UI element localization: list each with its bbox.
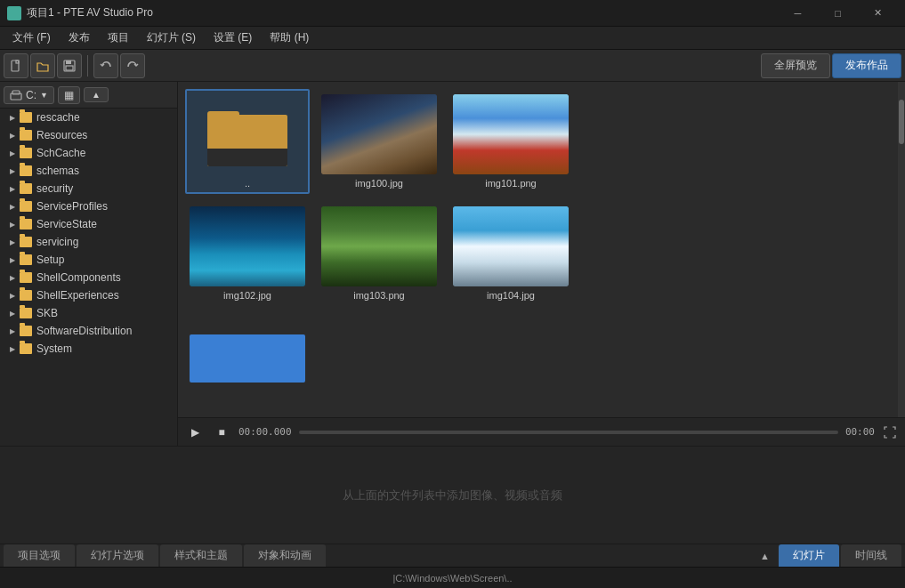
tab-timeline[interactable]: 时间线 bbox=[841, 544, 901, 567]
player-fullscreen-button[interactable] bbox=[882, 424, 898, 440]
file-label: img100.jpg bbox=[355, 178, 403, 189]
tree-label: servicing bbox=[36, 236, 78, 248]
maximize-button[interactable]: □ bbox=[818, 0, 858, 27]
content-row: C: ▼ ▦ ▲ rescache Resources SchCache bbox=[0, 82, 905, 446]
new-button[interactable] bbox=[4, 53, 28, 78]
tree-arrow bbox=[7, 272, 18, 283]
tree-item-shellexperiences[interactable]: ShellExperiences bbox=[0, 286, 177, 304]
toolbar: 全屏预览 发布作品 bbox=[0, 50, 905, 82]
tree-label: ServiceState bbox=[36, 218, 97, 230]
tree-label: security bbox=[36, 182, 73, 195]
save-button[interactable] bbox=[57, 53, 82, 78]
tree-item-shellcomponents[interactable]: ShellComponents bbox=[0, 269, 177, 286]
status-path: |C:\Windows\Web\Screen\.. bbox=[392, 573, 512, 584]
tree-arrow bbox=[7, 148, 18, 158]
tree-item-servicing[interactable]: servicing bbox=[0, 233, 177, 251]
tree-item-skb[interactable]: SKB bbox=[0, 304, 177, 322]
tree-label: ShellExperiences bbox=[36, 289, 119, 302]
tree-arrow bbox=[7, 254, 18, 265]
menu-project[interactable]: 项目 bbox=[99, 28, 138, 48]
redo-button[interactable] bbox=[120, 53, 145, 78]
stop-button[interactable]: ■ bbox=[212, 423, 231, 442]
folder-icon bbox=[20, 308, 32, 318]
tree-arrow bbox=[7, 112, 18, 123]
file-item-img103[interactable]: img103.png bbox=[317, 201, 441, 306]
folder-icon bbox=[20, 237, 32, 247]
menu-publish[interactable]: 发布 bbox=[60, 28, 99, 48]
file-item-img100[interactable]: img100.jpg bbox=[317, 89, 441, 194]
file-tree-sidebar: C: ▼ ▦ ▲ rescache Resources SchCache bbox=[0, 82, 178, 446]
right-panel: .. img100.jpg bbox=[178, 82, 905, 446]
tree-item-softwaredistribution[interactable]: SoftwareDistribution bbox=[0, 322, 177, 340]
tree-item-resources[interactable]: Resources bbox=[0, 126, 177, 144]
navigate-up-button[interactable]: ▲ bbox=[84, 87, 109, 102]
tab-slide-options[interactable]: 幻灯片选项 bbox=[77, 544, 158, 567]
close-button[interactable]: ✕ bbox=[858, 0, 898, 27]
tree-item-system[interactable]: System bbox=[0, 340, 177, 358]
menu-settings[interactable]: 设置 (E) bbox=[205, 28, 261, 48]
tree-arrow bbox=[7, 183, 18, 194]
drive-label: C: bbox=[26, 89, 36, 101]
file-item-img102[interactable]: img102.jpg bbox=[185, 201, 310, 306]
tree-arrow bbox=[7, 326, 18, 336]
bottom-tabs: 项目选项 幻灯片选项 样式和主题 对象和动画 ▲ 幻灯片 时间线 bbox=[0, 544, 905, 567]
folder-icon bbox=[20, 130, 32, 141]
tree-item-schcache[interactable]: SchCache bbox=[0, 144, 177, 162]
file-label: img103.png bbox=[353, 290, 405, 301]
drive-selector[interactable]: C: ▼ bbox=[4, 86, 54, 104]
file-item-parent[interactable]: .. bbox=[185, 89, 310, 194]
tree-item-rescache[interactable]: rescache bbox=[0, 109, 177, 126]
file-item-blue[interactable] bbox=[185, 313, 310, 407]
file-grid-row bbox=[185, 313, 891, 407]
progress-bar[interactable] bbox=[299, 431, 838, 434]
scrollbar-track[interactable] bbox=[898, 82, 905, 417]
menu-slideshow[interactable]: 幻灯片 (S) bbox=[138, 28, 205, 48]
tree-arrow bbox=[7, 343, 18, 354]
file-label: .. bbox=[245, 178, 250, 189]
tree-item-setup[interactable]: Setup bbox=[0, 251, 177, 269]
image-thumbnail bbox=[453, 206, 569, 286]
tab-project-options[interactable]: 项目选项 bbox=[4, 544, 75, 567]
file-item-img104[interactable]: img104.jpg bbox=[448, 201, 573, 306]
collapse-arrow[interactable]: ▲ bbox=[753, 544, 777, 567]
folder-icon bbox=[20, 290, 32, 301]
folder-icon bbox=[20, 148, 32, 158]
tree-arrow bbox=[7, 237, 18, 247]
undo-button[interactable] bbox=[93, 53, 118, 78]
svg-rect-1 bbox=[16, 60, 19, 63]
menu-file[interactable]: 文件 (F) bbox=[4, 28, 60, 48]
folder-icon bbox=[20, 343, 32, 354]
tree-item-security[interactable]: security bbox=[0, 180, 177, 197]
open-button[interactable] bbox=[30, 53, 55, 78]
tab-style-theme[interactable]: 样式和主题 bbox=[160, 544, 242, 567]
tree-label: Resources bbox=[36, 129, 87, 141]
drive-arrow: ▼ bbox=[40, 91, 48, 100]
separator-1 bbox=[87, 55, 88, 77]
title-bar: 项目1 - PTE AV Studio Pro ─ □ ✕ bbox=[0, 0, 905, 27]
app-window: 项目1 - PTE AV Studio Pro ─ □ ✕ 文件 (F) 发布 … bbox=[0, 0, 905, 588]
folder-icon bbox=[20, 201, 32, 212]
tree-item-schemas[interactable]: schemas bbox=[0, 162, 177, 180]
tree-arrow bbox=[7, 201, 18, 212]
tab-objects-animation[interactable]: 对象和动画 bbox=[244, 544, 326, 567]
tree-label: schemas bbox=[36, 165, 79, 177]
folder-icon bbox=[20, 183, 32, 194]
tree-label: SchCache bbox=[36, 147, 85, 159]
image-thumbnail bbox=[321, 94, 437, 174]
menu-bar: 文件 (F) 发布 项目 幻灯片 (S) 设置 (E) 帮助 (H) bbox=[0, 27, 905, 50]
fullscreen-preview-button[interactable]: 全屏预览 bbox=[761, 53, 830, 78]
timeline-placeholder: 从上面的文件列表中添加图像、视频或音频 bbox=[0, 447, 905, 544]
tab-slideshow[interactable]: 幻灯片 bbox=[779, 544, 839, 567]
publish-button[interactable]: 发布作品 bbox=[832, 53, 901, 78]
play-button[interactable]: ▶ bbox=[185, 423, 205, 442]
menu-help[interactable]: 帮助 (H) bbox=[261, 28, 318, 48]
folder-icon bbox=[20, 219, 32, 230]
scrollbar-thumb[interactable] bbox=[899, 100, 904, 144]
file-item-img101[interactable]: img101.png bbox=[448, 89, 573, 194]
minimize-button[interactable]: ─ bbox=[778, 0, 818, 27]
tree-item-servicestate[interactable]: ServiceState bbox=[0, 215, 177, 233]
view-mode-button[interactable]: ▦ bbox=[58, 86, 80, 104]
folder-icon bbox=[20, 272, 32, 283]
tree-item-serviceprofiles[interactable]: ServiceProfiles bbox=[0, 197, 177, 215]
folder-thumbnail bbox=[190, 94, 305, 174]
